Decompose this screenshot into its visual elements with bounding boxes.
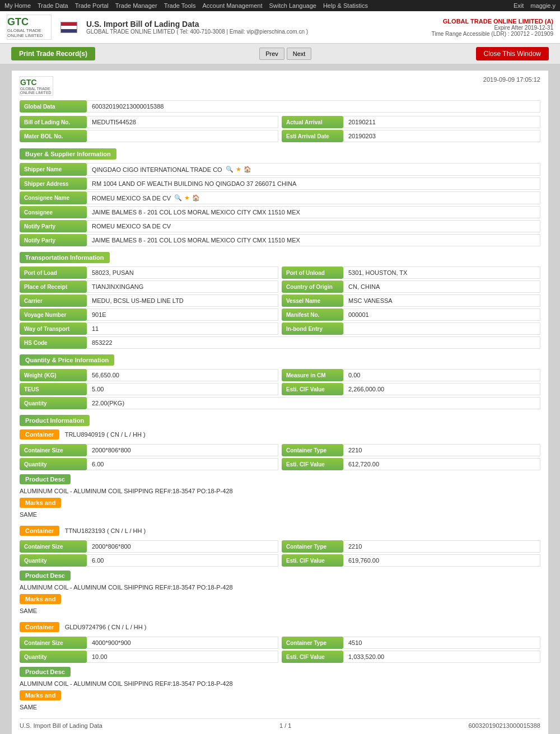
consignee-name-label: Consignee Name — [20, 191, 87, 204]
esti-cif-label: Esti. CIF Value — [282, 383, 343, 395]
record-footer-id: 600320190213000015388 — [469, 722, 540, 729]
consignee-search-icon[interactable]: 🔍 — [174, 194, 182, 202]
prev-button[interactable]: Prev — [259, 48, 284, 60]
receipt-origin-row: Place of Receipt TIANJINXINGANG Country … — [20, 280, 540, 293]
shipper-search-icon[interactable]: 🔍 — [226, 166, 234, 173]
notify-party-row: Notify Party ROMEU MEXICO SA DE CV — [20, 220, 540, 232]
c1-qty-value: 6.00 — [87, 458, 278, 470]
consignee-label: Consignee — [20, 206, 87, 218]
nav-trade-tools[interactable]: Trade Tools — [164, 2, 196, 9]
time-range: Time Range Accessible (LDR) : 200712 - 2… — [431, 31, 553, 37]
port-of-unload-label: Port of Unload — [282, 267, 343, 279]
c3-product-desc-value: ALUMINUM COIL - ALUMINUM COIL SHIPPING R… — [20, 679, 540, 688]
hs-code-value: 853222 — [87, 336, 540, 349]
global-data-value: 600320190213000015388 — [87, 100, 540, 113]
c2-product-desc-badge: Product Desc — [20, 571, 71, 581]
nav-buttons: Prev Next — [259, 48, 311, 60]
nav-user: maggie.y — [530, 2, 556, 9]
nav-switch-language[interactable]: Switch Language — [269, 2, 316, 9]
record-header: GTC GLOBAL TRADE ONLINE LIMITED 2019-09-… — [20, 76, 540, 96]
container-id-1: TRLU8940919 ( CN / L / HH ) — [65, 431, 146, 438]
record-footer-left: U.S. Import Bill of Lading Data — [20, 722, 102, 729]
consignee-name-row: Consignee Name ROMEU MEXICO SA DE CV 🔍 ★… — [20, 191, 540, 204]
logo-area: GTC GLOBAL TRADE ONLINE LIMITED U.S. Imp… — [7, 15, 308, 40]
consignee-row: Consignee JAIME BALMES 8 - 201 COL LOS M… — [20, 206, 540, 218]
hs-code-row: HS Code 853222 — [20, 336, 540, 349]
notify-party-value: ROMEU MEXICO SA DE CV — [87, 220, 540, 232]
nav-account-management[interactable]: Account Management — [203, 2, 263, 9]
c2-marks-value: SAME — [20, 606, 540, 615]
shipper-home-icon[interactable]: 🏠 — [244, 166, 251, 173]
top-navigation: My Home Trade Data Trade Portal Trade Ma… — [0, 0, 560, 11]
product-info-section: Product Information Container TRLU894091… — [20, 415, 540, 712]
place-of-receipt-label: Place of Receipt — [20, 280, 87, 293]
measure-label: Measure in CM — [282, 369, 343, 381]
nav-trade-data[interactable]: Trade Data — [38, 2, 68, 9]
shipper-star-icon[interactable]: ★ — [236, 166, 241, 173]
global-data-label: Global Data — [20, 100, 87, 113]
quantity-row: Quantity 22.00(PKG) — [20, 397, 540, 409]
c2-type-value: 2210 — [343, 540, 540, 553]
c3-qty-value: 10.00 — [87, 651, 278, 663]
c2-cif-value: 619,760.00 — [343, 554, 540, 567]
quantity-price-section: Quantity & Price Information Weight (KG)… — [20, 354, 540, 409]
rec-logo-sub: GLOBAL TRADE ONLINE LIMITED — [20, 87, 53, 95]
bol-half: Bill of Lading No. MEDUTI544528 — [20, 116, 278, 128]
c2-qty-cif-row: Quantity 6.00 Esti. CIF Value 619,760.00 — [20, 554, 540, 567]
c3-product-desc-badge: Product Desc — [20, 667, 71, 677]
voyage-manifest-row: Voyage Number 901E Manifest No. 000001 — [20, 308, 540, 321]
container-block-2: Container TTNU1823193 ( CN / L / HH ) Co… — [20, 526, 540, 615]
c1-qty-cif-row: Quantity 6.00 Esti. CIF Value 612,720.00 — [20, 458, 540, 470]
weight-value: 56,650.00 — [87, 369, 278, 381]
transport-section: Transportation Information Port of Load … — [20, 252, 540, 349]
place-of-receipt-value: TIANJINXINGANG — [87, 280, 278, 293]
bol-value: MEDUTI544528 — [87, 116, 278, 128]
shipper-address-label: Shipper Address — [20, 177, 87, 190]
next-button[interactable]: Next — [287, 48, 312, 60]
port-of-load-label: Port of Load — [20, 267, 87, 279]
nav-help-statistics[interactable]: Help & Statistics — [323, 2, 368, 9]
bol-label: Bill of Lading No. — [20, 116, 87, 128]
logo-subtitle: GLOBAL TRADE ONLINE LIMITED — [7, 28, 51, 38]
quantity-price-header: Quantity & Price Information — [20, 354, 114, 366]
page-title: U.S. Import Bill of Lading Data — [86, 20, 308, 29]
way-of-transport-value: 11 — [87, 322, 278, 335]
company-name: GLOBAL TRADE ONLINE LIMITED (A) — [431, 18, 553, 25]
close-button[interactable]: Close This Window — [476, 47, 549, 60]
print-button[interactable]: Print Trade Record(s) — [11, 47, 95, 60]
nav-my-home[interactable]: My Home — [4, 2, 31, 9]
c2-size-label: Container Size — [20, 540, 87, 553]
c2-marks-badge: Marks and — [20, 594, 61, 604]
manifest-label: Manifest No. — [282, 308, 343, 321]
c3-marks-value: SAME — [20, 703, 540, 712]
port-of-unload-value: 5301, HOUSTON, TX — [343, 267, 540, 279]
arrival-half: Actual Arrival 20190211 — [282, 116, 540, 128]
nav-trade-manager[interactable]: Trade Manager — [115, 2, 157, 9]
c3-cif-value: 1,033,520.00 — [343, 651, 540, 663]
carrier-vessel-row: Carrier MEDU, BCSL US-MED LINE LTD Vesse… — [20, 294, 540, 307]
port-row: Port of Load 58023, PUSAN Port of Unload… — [20, 267, 540, 279]
c3-size-type-row: Container Size 4000*900*900 Container Ty… — [20, 637, 540, 649]
main-content: GTC GLOBAL TRADE ONLINE LIMITED 2019-09-… — [0, 64, 560, 734]
notify-party2-value: JAIME BALMES 8 - 201 COL LOS MORAL MEXIC… — [87, 234, 540, 246]
container-block-3: Container GLDU9724796 ( CN / L / HH ) Co… — [20, 622, 540, 712]
esti-arrival-half: Esti Arrival Date 20190203 — [282, 130, 540, 142]
consignee-star-icon[interactable]: ★ — [184, 194, 190, 202]
c2-cif-label: Esti. CIF Value — [282, 554, 343, 567]
shipper-name-row: Shipper Name QINGDAO CIGO INTERNATIONAL … — [20, 163, 540, 176]
page-subtitle: GLOBAL TRADE ONLINE LIMITED ( Tel: 400-7… — [86, 29, 308, 35]
header-account-info: GLOBAL TRADE ONLINE LIMITED (A) Expire A… — [431, 18, 553, 37]
shipper-address-row: Shipper Address RM 1004 LAND OF WEALTH B… — [20, 177, 540, 190]
mater-bol-half: Mater BOL No. — [20, 130, 278, 142]
carrier-label: Carrier — [20, 294, 87, 307]
measure-value: 0.00 — [343, 369, 540, 381]
weight-label: Weight (KG) — [20, 369, 87, 381]
c3-size-label: Container Size — [20, 637, 87, 649]
container-badge-3: Container — [20, 622, 59, 632]
nav-trade-portal[interactable]: Trade Portal — [75, 2, 109, 9]
esti-arrival-value: 20190203 — [343, 130, 540, 142]
teus-value: 5.00 — [87, 383, 278, 395]
nav-exit[interactable]: Exit — [514, 2, 524, 9]
c1-marks-value: SAME — [20, 510, 540, 519]
consignee-home-icon[interactable]: 🏠 — [192, 194, 200, 202]
